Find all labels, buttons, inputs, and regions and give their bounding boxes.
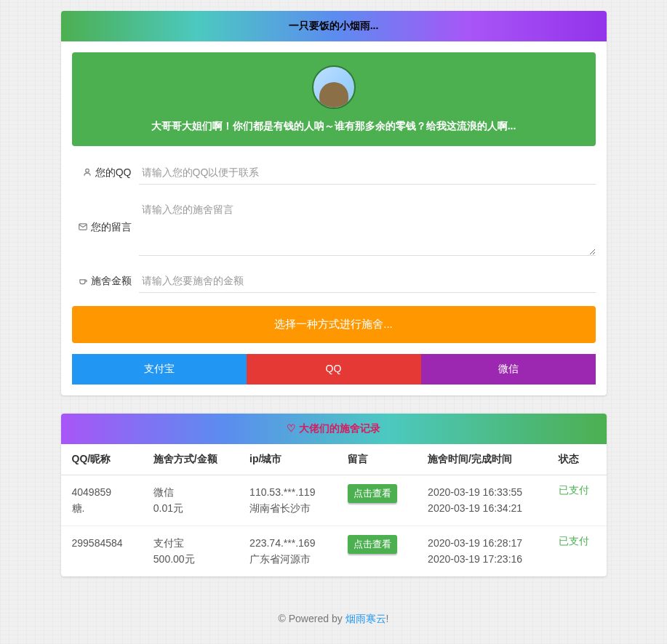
amount-input[interactable]: [139, 269, 596, 293]
payment-tabs: 支付宝 QQ 微信: [72, 354, 596, 385]
table-row: 299584584支付宝500.00元223.74.***.169广东省河源市点…: [61, 526, 607, 576]
cell-message: 点击查看: [337, 526, 417, 576]
view-message-button[interactable]: 点击查看: [348, 535, 397, 554]
message-input[interactable]: [139, 198, 596, 256]
avatar: [312, 65, 356, 109]
col-ip: ip/城市: [239, 444, 337, 475]
cell-qq: 4049859糖.: [61, 475, 143, 526]
page-title: 一只要饭的小烟雨...: [61, 11, 607, 41]
col-time: 施舍时间/完成时间: [417, 444, 548, 475]
cell-message: 点击查看: [337, 475, 417, 526]
amount-label: 施舍金额: [72, 269, 132, 288]
intro-text: 大哥哥大姐们啊！你们都是有钱的人呐～谁有那多余的零钱？给我这流浪的人啊...: [85, 120, 583, 133]
qq-icon: [82, 167, 92, 180]
cell-method: 微信0.01元: [143, 475, 239, 526]
col-status: 状态: [548, 444, 607, 475]
coffee-icon: [78, 275, 88, 288]
records-title-bar: ♡大佬们的施舍记录: [61, 414, 607, 444]
tab-alipay[interactable]: 支付宝: [72, 354, 247, 385]
records-card: ♡大佬们的施舍记录 QQ/昵称 施舍方式/金额 ip/城市 留言 施舍时间/完成…: [61, 414, 607, 576]
heart-icon: ♡: [287, 422, 296, 434]
col-method: 施舍方式/金额: [143, 444, 239, 475]
svg-point-0: [85, 169, 89, 172]
qq-label: 您的QQ: [72, 161, 132, 180]
mail-icon: [78, 222, 88, 234]
footer-suffix: !: [386, 613, 389, 624]
intro-panel: 大哥哥大姐们啊！你们都是有钱的人呐～谁有那多余的零钱？给我这流浪的人啊...: [72, 52, 596, 146]
cell-status: 已支付: [548, 526, 607, 576]
view-message-button[interactable]: 点击查看: [348, 484, 397, 503]
qq-input[interactable]: [139, 161, 596, 185]
footer-prefix: © Powered by: [279, 613, 346, 624]
cell-ip: 110.53.***.119湖南省长沙市: [239, 475, 337, 526]
submit-button[interactable]: 选择一种方式进行施舍...: [72, 306, 596, 343]
cell-status: 已支付: [548, 475, 607, 526]
table-row: 4049859糖.微信0.01元110.53.***.119湖南省长沙市点击查看…: [61, 475, 607, 526]
cell-time: 2020-03-19 16:28:172020-03-19 17:23:16: [417, 526, 548, 576]
cell-time: 2020-03-19 16:33:552020-03-19 16:34:21: [417, 475, 548, 526]
donate-card: 一只要饭的小烟雨... 大哥哥大姐们啊！你们都是有钱的人呐～谁有那多余的零钱？给…: [61, 11, 607, 395]
footer-link[interactable]: 烟雨寒云: [346, 613, 386, 624]
col-message: 留言: [337, 444, 417, 475]
tab-qq[interactable]: QQ: [247, 354, 421, 385]
records-title: 大佬们的施舍记录: [299, 422, 380, 434]
message-label: 您的留言: [72, 198, 132, 234]
tab-wechat[interactable]: 微信: [421, 354, 596, 385]
col-qq: QQ/昵称: [61, 444, 143, 475]
cell-qq: 299584584: [61, 526, 143, 576]
cell-method: 支付宝500.00元: [143, 526, 239, 576]
footer: © Powered by 烟雨寒云!: [61, 595, 607, 633]
records-table: QQ/昵称 施舍方式/金额 ip/城市 留言 施舍时间/完成时间 状态 4049…: [61, 444, 607, 576]
cell-ip: 223.74.***.169广东省河源市: [239, 526, 337, 576]
